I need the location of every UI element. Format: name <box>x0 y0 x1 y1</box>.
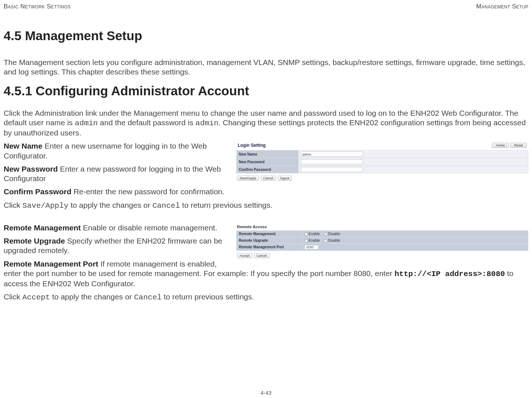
disable-option[interactable]: Disable <box>328 238 340 242</box>
header-left: Basic Network Settings <box>4 3 71 10</box>
remote-upgrade-value-cell: Enable Disable <box>302 237 528 244</box>
confirm-password-label: Confirm Password <box>237 166 299 173</box>
login-setting-figure: Login Setting Home Reset New Name admin … <box>236 142 528 182</box>
apply2-code2: Cancel <box>134 293 162 302</box>
new-name-input[interactable]: admin <box>301 152 363 157</box>
confirm-password-value-cell <box>299 166 528 173</box>
remote-mgmt-label: Remote Management <box>237 230 302 237</box>
subsection-heading: 4.5.1 Configuring Administrator Account <box>4 84 528 98</box>
table-row: Confirm Password <box>237 166 528 173</box>
apply2-code1: Accept <box>22 293 50 302</box>
table-row: New Password <box>237 158 528 166</box>
login-setting-table: New Name admin New Password Confirm Pass… <box>236 150 528 173</box>
new-password-value-cell <box>299 158 528 166</box>
def-remote-upgrade-label: Remote Upgrade <box>4 237 65 245</box>
admin-intro-code1: admin <box>75 119 98 127</box>
disable-option[interactable]: Disable <box>328 232 340 236</box>
def-confirm-password-text: Re-enter the new password for confirmati… <box>72 187 225 196</box>
def-remote-port-code: http://<IP address>:8080 <box>394 270 505 278</box>
logout-button[interactable]: logout <box>278 176 292 181</box>
apply1-a: Click <box>4 201 22 209</box>
remote-access-title: Remote Access <box>236 224 528 230</box>
radio-icon[interactable] <box>324 239 327 242</box>
new-password-label: New Password <box>237 158 299 166</box>
apply1-code1: Save/Apply <box>22 202 68 210</box>
radio-icon[interactable] <box>305 233 308 236</box>
reset-button[interactable]: Reset <box>510 143 527 148</box>
new-name-value-cell: admin <box>299 150 528 158</box>
def-confirm-password-label: Confirm Password <box>4 187 72 196</box>
remote-port-label-cell: Remote Management Port <box>237 244 302 250</box>
def-remote-port: Remote Management Port If remote managem… <box>4 259 528 289</box>
confirm-password-input[interactable] <box>301 167 363 172</box>
enable-option[interactable]: Enable <box>309 232 320 236</box>
accept-button[interactable]: Accept <box>237 253 252 258</box>
radio-icon[interactable] <box>324 233 327 236</box>
cancel-button[interactable]: Cancel <box>261 176 276 181</box>
apply1-code2: Cancel <box>152 202 180 210</box>
intro-paragraph: The Management section lets you configur… <box>4 58 528 77</box>
apply2-paragraph: Click Accept to apply the changes or Can… <box>4 292 528 302</box>
remote-access-table: Remote Management Enable Disable Remote … <box>236 230 528 251</box>
apply1-paragraph: Click Save/Apply to apply the changes or… <box>4 200 528 211</box>
cancel-button[interactable]: Cancel <box>254 253 269 258</box>
table-row: Remote Management Port 8080 <box>237 244 528 250</box>
page-number: 4-43 <box>0 390 532 396</box>
home-button[interactable]: Home <box>492 143 509 148</box>
apply2-b: to apply the changes or <box>50 292 134 301</box>
apply1-b: to apply the changes or <box>68 201 152 209</box>
def-confirm-password: Confirm Password Re-enter the new passwo… <box>4 187 528 196</box>
table-row: Remote Upgrade Enable Disable <box>237 237 528 244</box>
remote-port-input[interactable]: 8080 <box>305 245 318 249</box>
header-right: Management Setup <box>476 3 528 10</box>
table-row: New Name admin <box>237 150 528 158</box>
apply1-c: to return previous settings. <box>180 201 272 209</box>
new-password-input[interactable] <box>301 159 363 164</box>
new-name-label: New Name <box>237 150 299 158</box>
admin-intro-paragraph: Click the Administration link under the … <box>4 108 528 138</box>
table-row: Remote Management Enable Disable <box>237 230 528 237</box>
def-remote-mgmt-text: Enable or disable remote management. <box>81 223 217 232</box>
apply2-c: to return previous settings. <box>162 292 254 301</box>
login-setting-title: Login Setting <box>238 143 266 148</box>
section-heading: 4.5 Management Setup <box>4 28 528 43</box>
remote-mgmt-value-cell: Enable Disable <box>302 230 528 237</box>
running-header: Basic Network Settings Management Setup <box>4 3 528 10</box>
apply2-a: Click <box>4 292 22 301</box>
save-apply-button[interactable]: Save/Apply <box>237 176 259 181</box>
radio-icon[interactable] <box>305 239 308 242</box>
def-new-password-label: New Password <box>4 165 58 173</box>
def-remote-mgmt-label: Remote Management <box>4 223 81 232</box>
remote-port-value-cell: 8080 <box>302 244 528 250</box>
admin-intro-code2: admin <box>195 119 218 127</box>
admin-intro-b: and the default password is <box>98 118 195 127</box>
remote-access-figure: Remote Access Remote Management Enable D… <box>236 224 528 260</box>
enable-option[interactable]: Enable <box>309 238 320 242</box>
def-new-name-label: New Name <box>4 142 42 150</box>
def-remote-port-label: Remote Management Port <box>4 260 98 268</box>
remote-upgrade-label: Remote Upgrade <box>237 237 302 244</box>
